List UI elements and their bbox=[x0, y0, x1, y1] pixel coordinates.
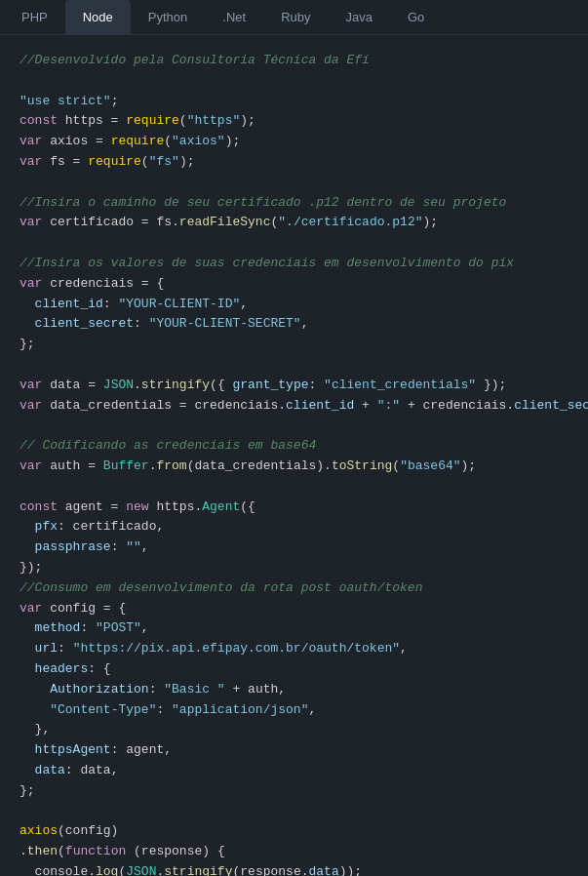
line-console-log: console.log(JSON.stringify(response.data… bbox=[20, 862, 568, 876]
line-blank-7 bbox=[20, 801, 568, 821]
line-agent-close: }); bbox=[20, 558, 568, 578]
tab-python[interactable]: Python bbox=[131, 0, 205, 34]
line-comment-consume: //Consumo em desenvolvimento da rota pos… bbox=[20, 578, 568, 599]
tab-go[interactable]: Go bbox=[390, 0, 442, 34]
line-var-axios: var axios = require("axios"); bbox=[20, 132, 568, 152]
line-passphrase: passphrase: "", bbox=[20, 538, 568, 558]
line-headers-close: }, bbox=[20, 720, 568, 740]
line-var-creds-open: var credenciais = { bbox=[20, 274, 568, 295]
line-comment-creds: //Insira os valores de suas credenciais … bbox=[20, 254, 568, 274]
tab-java[interactable]: Java bbox=[329, 0, 390, 34]
line-client-secret: client_secret: "YOUR-CLIENT-SECRET", bbox=[20, 314, 568, 335]
line-comment-cert: //Insira o caminho de seu certificado .p… bbox=[20, 193, 568, 214]
line-blank-4 bbox=[20, 355, 568, 376]
line-content-type: "Content-Type": "application/json", bbox=[20, 700, 568, 721]
line-data: data: data, bbox=[20, 761, 568, 781]
tab-dotnet[interactable]: .Net bbox=[205, 0, 263, 34]
tab-bar: PHP Node Python .Net Ruby Java Go bbox=[0, 0, 588, 35]
line-const-https: const https = require("https"); bbox=[20, 111, 568, 132]
line-var-fs: var fs = require("fs"); bbox=[20, 152, 568, 173]
line-blank-5 bbox=[20, 416, 568, 436]
tab-ruby[interactable]: Ruby bbox=[263, 0, 328, 34]
line-client-id: client_id: "YOUR-CLIENT-ID", bbox=[20, 295, 568, 315]
line-blank-3 bbox=[20, 233, 568, 254]
line-blank-1 bbox=[20, 71, 568, 92]
tab-node[interactable]: Node bbox=[65, 0, 131, 34]
line-var-auth: var auth = Buffer.from(data_credentials)… bbox=[20, 457, 568, 477]
line-blank-6 bbox=[20, 477, 568, 498]
line-pfx: pfx: certificado, bbox=[20, 517, 568, 538]
line-method: method: "POST", bbox=[20, 618, 568, 639]
line-axios-call: axios(config) bbox=[20, 821, 568, 842]
line-headers-open: headers: { bbox=[20, 659, 568, 680]
line-var-data: var data = JSON.stringify({ grant_type: … bbox=[20, 376, 568, 396]
line-var-data-creds: var data_credentials = credenciais.clien… bbox=[20, 396, 568, 417]
line-blank-2 bbox=[20, 173, 568, 193]
line-config-close: }; bbox=[20, 781, 568, 802]
line-use-strict: "use strict"; bbox=[20, 92, 568, 112]
line-var-config: var config = { bbox=[20, 599, 568, 619]
code-block: //Desenvolvido pela Consultoria Técnica … bbox=[0, 35, 588, 876]
line-then-open: .then(function (response) { bbox=[20, 842, 568, 862]
line-authorization: Authorization: "Basic " + auth, bbox=[20, 680, 568, 700]
line-creds-close: }; bbox=[20, 335, 568, 355]
tab-php[interactable]: PHP bbox=[4, 0, 65, 34]
line-const-agent: const agent = new https.Agent({ bbox=[20, 498, 568, 518]
line-var-cert: var certificado = fs.readFileSync("./cer… bbox=[20, 213, 568, 233]
line-url: url: "https://pix.api.efipay.com.br/oaut… bbox=[20, 639, 568, 659]
line-https-agent: httpsAgent: agent, bbox=[20, 740, 568, 761]
line-comment-base64: // Codificando as credenciais em base64 bbox=[20, 436, 568, 457]
line-comment-dev: //Desenvolvido pela Consultoria Técnica … bbox=[20, 51, 568, 71]
